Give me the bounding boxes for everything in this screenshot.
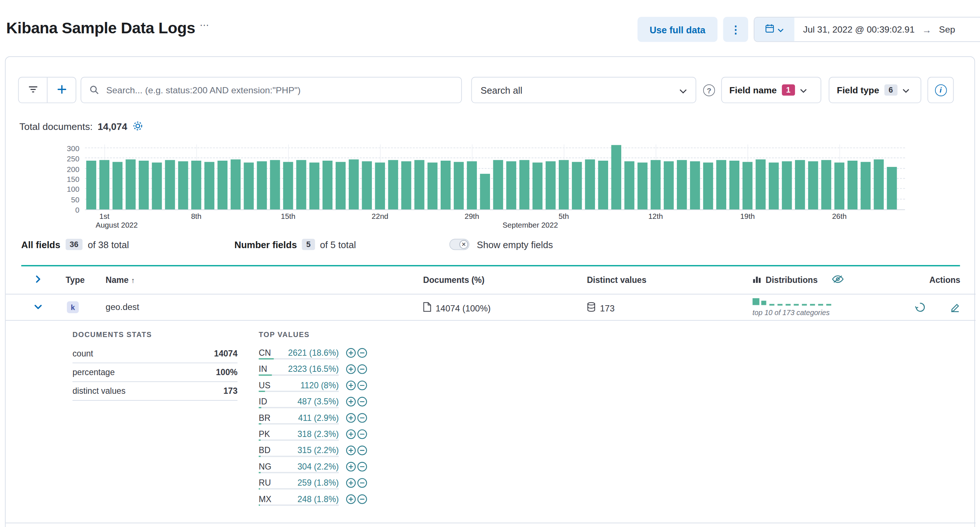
filter-out-value-button[interactable] [356, 380, 368, 391]
histogram-bar[interactable] [86, 161, 96, 209]
expand-all-button[interactable] [33, 275, 42, 286]
filter-out-value-button[interactable] [356, 461, 368, 472]
histogram-bar[interactable] [716, 160, 726, 209]
filter-out-value-button[interactable] [356, 412, 368, 423]
help-icon[interactable]: ? [703, 85, 715, 96]
histogram-bar[interactable] [349, 160, 359, 210]
number-fields-tab[interactable]: Number fields 5 of 5 total [234, 237, 356, 252]
histogram-bar[interactable] [664, 161, 674, 210]
histogram-bar[interactable] [336, 162, 345, 209]
histogram-bar[interactable] [795, 160, 805, 209]
histogram-bar[interactable] [808, 161, 818, 210]
histogram-bar[interactable] [598, 161, 608, 209]
histogram-bar[interactable] [152, 163, 162, 209]
histogram-bar[interactable] [165, 160, 175, 209]
search-input[interactable] [80, 77, 462, 103]
histogram-bar[interactable] [414, 160, 424, 209]
col-name[interactable]: Name ↑ [106, 275, 135, 285]
filter-for-value-button[interactable] [345, 461, 356, 472]
histogram-bar[interactable] [532, 163, 542, 209]
top-value-count[interactable]: 248 (1.8%) [297, 494, 339, 503]
filter-for-value-button[interactable] [345, 412, 356, 423]
histogram-bar[interactable] [296, 160, 306, 209]
histogram-bar[interactable] [585, 160, 595, 210]
top-value-count[interactable]: 304 (2.2%) [297, 462, 339, 471]
histogram-bar[interactable] [572, 162, 582, 209]
histogram-bar[interactable] [401, 161, 411, 210]
histogram-bar[interactable] [730, 161, 740, 209]
inspect-icon[interactable] [915, 302, 926, 315]
histogram-bar[interactable] [441, 161, 450, 209]
histogram-bar[interactable] [611, 145, 621, 209]
histogram-bar[interactable] [506, 161, 516, 210]
filter-for-value-button[interactable] [345, 428, 356, 439]
filter-out-value-button[interactable] [356, 347, 368, 358]
histogram-bar[interactable] [624, 161, 634, 210]
use-full-data-button[interactable]: Use full data [637, 17, 718, 42]
top-value-count[interactable]: 315 (2.2%) [297, 446, 339, 455]
filter-for-value-button[interactable] [345, 396, 356, 407]
histogram-bar[interactable] [467, 161, 477, 210]
histogram-bar[interactable] [231, 160, 240, 210]
histogram-bar[interactable] [546, 161, 555, 210]
top-value-count[interactable]: 411 (2.9%) [298, 413, 339, 422]
histogram-bar[interactable] [834, 163, 844, 209]
more-options-button[interactable]: ⋮ [723, 17, 748, 42]
filter-for-value-button[interactable] [345, 347, 356, 358]
histogram-bar[interactable] [454, 162, 464, 209]
filter-out-value-button[interactable] [356, 493, 368, 505]
add-filter-button[interactable] [48, 78, 76, 102]
top-value-count[interactable]: 318 (2.3%) [297, 429, 339, 439]
histogram-bar[interactable] [756, 160, 765, 210]
title-context-menu-button[interactable]: ⋯ [200, 20, 210, 30]
field-name-filter-button[interactable]: Field name 1 [721, 77, 821, 103]
histogram-bar[interactable] [821, 160, 831, 209]
filter-out-value-button[interactable] [356, 477, 368, 488]
end-date-button[interactable]: Sep [939, 24, 955, 34]
histogram-bar[interactable] [257, 161, 267, 210]
col-distinct-values[interactable]: Distinct values [587, 275, 646, 285]
date-picker-menu-button[interactable] [754, 18, 794, 42]
filter-fields-button[interactable] [19, 78, 48, 102]
histogram-bar[interactable] [178, 161, 188, 210]
col-type[interactable]: Type [65, 275, 84, 285]
histogram-bar[interactable] [218, 161, 228, 209]
top-value-count[interactable]: 487 (3.5%) [297, 397, 339, 406]
histogram-bar[interactable] [861, 162, 871, 209]
histogram-bar[interactable] [244, 163, 254, 209]
hide-distributions-button[interactable] [832, 275, 843, 286]
edit-field-icon[interactable] [950, 302, 960, 314]
histogram-bar[interactable] [703, 163, 713, 209]
histogram-bar[interactable] [113, 162, 123, 209]
histogram-bar[interactable] [637, 163, 647, 209]
filter-for-value-button[interactable] [345, 363, 356, 374]
histogram-bar[interactable] [519, 160, 529, 209]
col-documents[interactable]: Documents (%) [423, 275, 485, 285]
filter-for-value-button[interactable] [345, 380, 356, 391]
histogram-bar[interactable] [138, 161, 148, 209]
histogram-bar[interactable] [126, 160, 136, 210]
histogram-bar[interactable] [768, 163, 778, 209]
all-fields-tab[interactable]: All fields 36 of 38 total [21, 237, 129, 252]
top-value-count[interactable]: 1120 (8%) [301, 380, 339, 390]
filter-for-value-button[interactable] [345, 477, 356, 488]
filter-out-value-button[interactable] [356, 428, 368, 439]
col-distributions[interactable]: Distributions [752, 275, 818, 286]
histogram-bar[interactable] [309, 163, 319, 209]
show-empty-fields-toggle[interactable]: ✕ [449, 239, 469, 250]
histogram-bar[interactable] [204, 162, 214, 209]
histogram-bar[interactable] [743, 162, 752, 209]
histogram-bar[interactable] [362, 161, 372, 210]
filter-out-value-button[interactable] [356, 396, 368, 407]
histogram-bar[interactable] [677, 160, 687, 209]
start-date-button[interactable]: Jul 31, 2022 @ 00:39:02.91 [803, 24, 915, 34]
info-button[interactable]: i [928, 77, 954, 103]
top-value-count[interactable]: 2621 (18.6%) [288, 348, 339, 358]
filter-out-value-button[interactable] [356, 363, 368, 374]
histogram-bar[interactable] [848, 161, 858, 209]
histogram-bar[interactable] [873, 160, 883, 210]
collapse-row-button[interactable] [33, 303, 42, 313]
histogram-bar[interactable] [690, 161, 700, 210]
histogram-bar[interactable] [191, 161, 201, 209]
histogram-bar[interactable] [480, 174, 490, 209]
